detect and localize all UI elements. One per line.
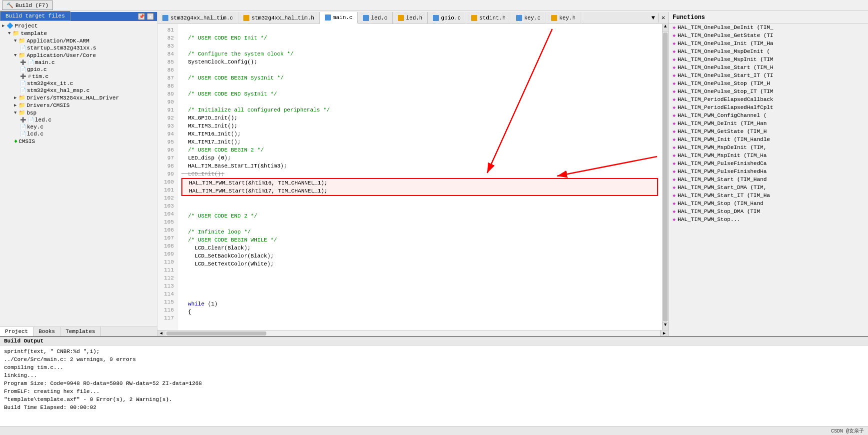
editor-tab-4[interactable]: led.c: [358, 12, 393, 24]
editor-tab-6[interactable]: gpio.c: [428, 12, 466, 24]
editor-tab-9[interactable]: key.h: [546, 12, 581, 24]
build-target-item[interactable]: Build target files: [0, 12, 70, 20]
template-label: template: [20, 30, 47, 36]
tab-h-icon-9: [551, 15, 557, 21]
tree-item-lcd[interactable]: 📄 lcd.c: [0, 130, 157, 138]
scroll-thumb[interactable]: [663, 32, 668, 322]
tree-item-drivers-hal[interactable]: ▶ 📁 Drivers/STM32G4xx_HAL_Driver: [0, 94, 157, 102]
pin-button[interactable]: 📌: [138, 13, 145, 20]
diamond-icon-22: ◆: [673, 200, 676, 206]
diamond-icon-4: ◆: [673, 56, 676, 62]
func-item-6[interactable]: ◆ HAL_TIM_OnePulse_Start_IT (TI: [669, 72, 868, 80]
editor-tab-2[interactable]: stm32g4xx_hal_tim.h: [238, 12, 319, 24]
tree-item-user[interactable]: ▼ 📁 Application/User/Core: [0, 52, 157, 59]
tree-item-main[interactable]: ➕ 📄 main.c: [0, 59, 157, 66]
tree-item-drivers-cmsis[interactable]: ▶ 📁 Drivers/CMSIS: [0, 102, 157, 109]
file-icon-main: 📄: [28, 60, 34, 66]
func-item-1[interactable]: ◆ HAL_TIM_OnePulse_GetState (TI: [669, 32, 868, 40]
func-item-7[interactable]: ◆ HAL_TIM_OnePulse_Stop (TIM_H: [669, 80, 868, 88]
func-item-5[interactable]: ◆ HAL_TIM_OnePulse_Start (TIM_H: [669, 64, 868, 72]
tree-item-mdk[interactable]: ▼ 📁 Application/MDK-ARM: [0, 37, 157, 44]
tab-h-icon-7: [471, 15, 477, 21]
tab-templates[interactable]: Templates: [60, 327, 100, 336]
tab-c-icon-8: [516, 15, 522, 21]
tree-item-project[interactable]: ▶ 🔷 Project: [0, 22, 157, 30]
tree-item-template[interactable]: ▼ 📁 template: [0, 30, 157, 37]
horizontal-scrollbar[interactable]: ◀ ▶: [157, 330, 668, 336]
gem-icon: ♦: [14, 138, 17, 145]
file-icon-stm32it: 📄: [20, 80, 26, 86]
tree-item-key[interactable]: 📄 key.c: [0, 124, 157, 130]
plus-icon-led: ➕: [20, 117, 26, 123]
close-left-panel-button[interactable]: ✕: [147, 13, 154, 20]
func-label-20: HAL_TIM_PWM_Start_DMA (TIM,: [678, 184, 767, 190]
tree-item-bsp[interactable]: ▼ 📁 bsp: [0, 109, 157, 116]
func-item-13[interactable]: ◆ HAL_TIM_PWM_GetState (TIM_H: [669, 128, 868, 136]
stm32it-label: stm32g4xx_it.c: [27, 80, 73, 86]
file-icon-stm32msp: 📄: [20, 88, 26, 94]
tab-books[interactable]: Books: [33, 327, 60, 336]
diamond-icon-20: ◆: [673, 184, 676, 190]
code-line-91: /* Initialize all configured peripherals…: [181, 106, 658, 114]
diamond-icon-5: ◆: [673, 64, 676, 70]
close-all-tabs-btn[interactable]: ✕: [658, 13, 668, 22]
func-item-17[interactable]: ◆ HAL_TIM_PWM_PulseFinishedCa: [669, 160, 868, 168]
code-line-113: [181, 284, 658, 292]
tab-overflow-btn[interactable]: ▼: [649, 14, 658, 22]
func-item-16[interactable]: ◆ HAL_TIM_PWM_MspInit (TIM_Ha: [669, 152, 868, 160]
func-item-21[interactable]: ◆ HAL_TIM_PWM_Start_IT (TIM_Ha: [669, 192, 868, 200]
tree-item-tim[interactable]: ➕ # tim.c: [0, 73, 157, 80]
main-label: main.c: [35, 60, 55, 66]
editor-tab-5[interactable]: led.h: [393, 12, 428, 24]
func-label-21: HAL_TIM_PWM_Start_IT (TIM_Ha: [678, 192, 770, 198]
tab-c-icon-1: [162, 15, 168, 21]
func-item-19[interactable]: ◆ HAL_TIM_PWM_Start (TIM_Hand: [669, 176, 868, 184]
diamond-icon-3: ◆: [673, 48, 676, 54]
tab-project[interactable]: Project: [0, 327, 33, 336]
func-item-10[interactable]: ◆ HAL_TIM_PeriodElapsedHalfCplt: [669, 104, 868, 112]
func-item-22[interactable]: ◆ HAL_TIM_PWM_Stop (TIM_Hand: [669, 200, 868, 208]
code-area[interactable]: /* USER CODE END Init */ /* Configure th…: [177, 24, 662, 330]
vertical-scrollbar[interactable]: ▲ ▼: [662, 24, 668, 330]
build-line-6: "template\template.axf" - 0 Error(s), 2 …: [4, 396, 864, 404]
editor-tab-1[interactable]: stm32g4xx_hal_tim.c: [157, 12, 238, 24]
tree-item-startup[interactable]: 📄 startup_stm32g431xx.s: [0, 44, 157, 52]
project-icon: 🔷: [6, 22, 13, 29]
func-item-3[interactable]: ◆ HAL_TIM_OnePulse_MspDeInit (: [669, 48, 868, 56]
func-item-18[interactable]: ◆ HAL_TIM_PWM_PulseFinishedHa: [669, 168, 868, 176]
tab-label-3: main.c: [333, 14, 353, 20]
key-label: key.c: [27, 124, 43, 130]
tree-item-led[interactable]: ➕ 📄 led.c: [0, 116, 157, 124]
tab-c-icon-4: [363, 15, 369, 21]
editor-tab-7[interactable]: stdint.h: [466, 12, 511, 24]
code-line-105: [181, 220, 658, 228]
h-scroll-left[interactable]: ◀: [157, 330, 165, 336]
tree-item-stm32it[interactable]: 📄 stm32g4xx_it.c: [0, 80, 157, 87]
h-scroll-right[interactable]: ▶: [660, 330, 668, 336]
func-item-0[interactable]: ◆ HAL_TIM_OnePulse_DeInit (TIM_: [669, 24, 868, 32]
scroll-up-btn[interactable]: ▲: [663, 24, 668, 32]
func-item-2[interactable]: ◆ HAL_TIM_OnePulse_Init (TIM_Ha: [669, 40, 868, 48]
tree-item-cmsis-gem[interactable]: ♦ CMSIS: [0, 138, 157, 146]
code-line-102: [181, 196, 658, 204]
func-item-9[interactable]: ◆ HAL_TIM_PeriodElapsedCallback: [669, 96, 868, 104]
tree-item-gpio[interactable]: 📄 gpio.c: [0, 66, 157, 73]
editor-tab-3[interactable]: main.c: [320, 12, 358, 24]
arrow-down-icon3: ▼: [14, 53, 16, 58]
h-scroll-thumb[interactable]: [166, 332, 266, 336]
diamond-icon-21: ◆: [673, 192, 676, 198]
func-item-12[interactable]: ◆ HAL_TIM_PWM_DeInit (TIM_Han: [669, 120, 868, 128]
func-item-24[interactable]: ◆ HAL_TIM_PWM_Stop...: [669, 216, 868, 224]
scroll-down-btn[interactable]: ▼: [663, 322, 668, 330]
func-item-11[interactable]: ◆ HAL_TIM_PWM_ConfigChannel (: [669, 112, 868, 120]
func-item-14[interactable]: ◆ HAL_TIM_PWM_Init (TIM_Handle: [669, 136, 868, 144]
func-item-20[interactable]: ◆ HAL_TIM_PWM_Start_DMA (TIM,: [669, 184, 868, 192]
editor-tab-8[interactable]: key.c: [511, 12, 546, 24]
func-item-23[interactable]: ◆ HAL_TIM_PWM_Stop_DMA (TIM: [669, 208, 868, 216]
func-item-8[interactable]: ◆ HAL_TIM_OnePulse_Stop_IT (TIM: [669, 88, 868, 96]
tree-item-stm32msp[interactable]: 📄 stm32g4xx_hal_msp.c: [0, 87, 157, 94]
func-item-15[interactable]: ◆ HAL_TIM_PWM_MspDeInit (TIM,: [669, 144, 868, 152]
build-button[interactable]: 🔨 Build (F7): [2, 0, 53, 10]
func-label-2: HAL_TIM_OnePulse_Init (TIM_Ha: [678, 40, 773, 46]
func-item-4[interactable]: ◆ HAL_TIM_OnePulse_MspInit (TIM: [669, 56, 868, 64]
